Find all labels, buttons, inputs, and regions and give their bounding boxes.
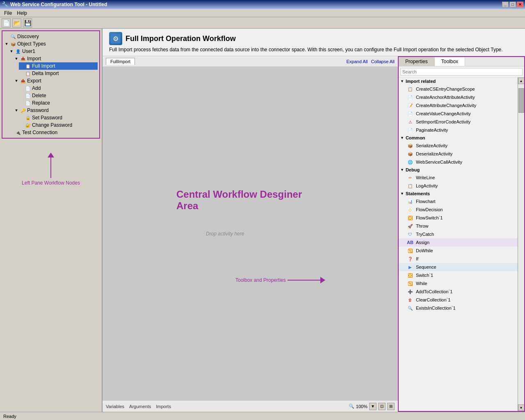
create-anchor-label: CreateAnchorAttributeActivity: [416, 95, 475, 100]
new-button[interactable]: 📄: [2, 18, 11, 27]
scroll-down-button[interactable]: ▼: [518, 404, 525, 411]
zoom-dropdown-button[interactable]: ▼: [369, 403, 377, 410]
group-header-import-related[interactable]: ▼ Import related: [399, 78, 518, 85]
tree-item-object-types[interactable]: ▼ 📦 Object Types: [4, 40, 98, 48]
toolbox-item-assign[interactable]: AB Assign: [399, 238, 518, 247]
collapse-all-button[interactable]: Collapse All: [371, 59, 395, 64]
existsincollection-icon: 🔍: [407, 305, 413, 311]
toolbox-item-create-attr[interactable]: 📝 CreateAttributeChangeActivity: [399, 101, 518, 110]
variables-tab[interactable]: Variables: [106, 404, 124, 409]
flowdecision-label: FlowDecision: [416, 207, 443, 212]
group-header-statements[interactable]: ▼ Statements: [399, 190, 518, 197]
scroll-thumb[interactable]: [518, 88, 524, 113]
group-header-debug[interactable]: ▼ Debug: [399, 166, 518, 173]
if-icon: ❓: [407, 256, 413, 262]
toolbox-item-throw[interactable]: 🚀 Throw: [399, 222, 518, 230]
minimize-button[interactable]: _: [502, 2, 509, 7]
add-label: Add: [32, 85, 41, 91]
tree-item-replace[interactable]: 📄 Replace: [19, 99, 98, 107]
scroll-up-button[interactable]: ▲: [518, 78, 525, 84]
existsincollection-label: ExistsInCollection`1: [416, 306, 456, 310]
delete-icon: 📄: [25, 92, 31, 99]
tree-item-import[interactable]: ▼ 📥 Import: [14, 55, 98, 62]
tree-item-discovery[interactable]: 🔍 Discovery: [4, 33, 98, 40]
arrow-right-head: [320, 277, 325, 283]
group-label-import-related: Import related: [406, 79, 436, 84]
toolbox-item-writeline[interactable]: ✏ WriteLine: [399, 173, 518, 182]
tree-item-password[interactable]: ▼ 🔑 Password: [14, 107, 98, 114]
right-area: ⚙ Full Import Operation Workflow Full Im…: [103, 29, 525, 412]
group-import-related: ▼ Import related 📋 CreateCSEntryChangeSc…: [399, 78, 518, 134]
arguments-tab[interactable]: Arguments: [129, 404, 151, 409]
toolbox-item-existsincollection[interactable]: 🔍 ExistsInCollection`1: [399, 304, 518, 312]
create-value-label: CreateValueChangeActivity: [416, 111, 471, 116]
menu-bar: File Help: [0, 9, 525, 17]
tree-item-export[interactable]: ▼ 📤 Export: [14, 77, 98, 84]
tree-item-set-password[interactable]: 🔒 Set Password: [19, 114, 98, 121]
toolbox-item-deserialize[interactable]: 📦 DeserializeActivity: [399, 150, 518, 158]
toolbox-item-serialize[interactable]: 📦 SerializeActivity: [399, 142, 518, 150]
toolbox-item-while[interactable]: 🔁 While: [399, 279, 518, 288]
group-expand-common: ▼: [400, 136, 404, 140]
throw-icon: 🚀: [407, 223, 413, 229]
sequence-label: Sequence: [416, 265, 436, 269]
toolbox-item-switch[interactable]: 🔀 Switch`1: [399, 271, 518, 279]
user1-label: User1: [22, 48, 35, 54]
toolbox-arrow-right: [288, 277, 325, 283]
while-label: While: [416, 281, 427, 286]
menu-file[interactable]: File: [2, 10, 14, 16]
zoom-actual-button[interactable]: ⊞: [387, 403, 395, 410]
toolbox-item-flowchart[interactable]: 📊 Flowchart: [399, 197, 518, 205]
svg-text:⚙: ⚙: [113, 35, 119, 42]
toolbox-item-webservice[interactable]: 🌐 WebServiceCallActivity: [399, 158, 518, 166]
tree-item-change-password[interactable]: 🔐 Change Password: [19, 121, 98, 129]
add-icon: 📄: [25, 85, 31, 91]
designer-canvas[interactable]: Central Workflow Desginer Area Drop acti…: [103, 67, 398, 400]
expand-icon-set-password: [19, 115, 24, 120]
toolbox-item-logactivity[interactable]: 📋 LogActivity: [399, 182, 518, 190]
properties-tab[interactable]: Properties: [399, 57, 435, 66]
workflow-tab-fullimport[interactable]: FullImport: [106, 58, 135, 65]
designer-area: FullImport Expand All Collapse All Centr…: [103, 56, 398, 412]
scroll-track[interactable]: [518, 84, 524, 404]
toolbox-item-clearcollection[interactable]: 🗑 ClearCollection`1: [399, 296, 518, 304]
toolbox-item-addtocollection[interactable]: ➕ AddToCollection`1: [399, 288, 518, 296]
zoom-fit-button[interactable]: ⊡: [378, 403, 386, 410]
expand-all-button[interactable]: Expand All: [347, 59, 368, 64]
menu-help[interactable]: Help: [14, 10, 30, 16]
toolbox-item-paginate[interactable]: 📄 PaginateActivity: [399, 126, 518, 134]
toolbox-item-create-cs[interactable]: 📋 CreateCSEntryChangeScope: [399, 85, 518, 93]
toolbox-item-trycatch[interactable]: 🛡 TryCatch: [399, 230, 518, 238]
toolbox-item-if[interactable]: ❓ If: [399, 255, 518, 263]
search-input[interactable]: [400, 68, 523, 75]
expand-icon-import: ▼: [14, 56, 19, 61]
group-header-common[interactable]: ▼ Common: [399, 134, 518, 142]
expand-icon-object-types: ▼: [4, 41, 9, 46]
close-button[interactable]: ✕: [517, 2, 523, 7]
tree-item-delta-import[interactable]: 📋 Delta Import: [19, 70, 98, 77]
toolbox-item-create-anchor[interactable]: 📄 CreateAnchorAttributeActivity: [399, 93, 518, 101]
password-label: Password: [27, 107, 49, 113]
toolbox-item-create-value[interactable]: 📄 CreateValueChangeActivity: [399, 110, 518, 118]
toolbox-item-set-import[interactable]: ⚠ SetImportErrorCodeActivity: [399, 118, 518, 126]
toolbox-item-flowdecision[interactable]: ◇ FlowDecision: [399, 205, 518, 214]
left-pane-annotation: Left Pane Workflow Nodes: [2, 148, 100, 191]
trycatch-icon: 🛡: [407, 231, 413, 237]
toolbox-item-dowhile[interactable]: 🔁 DoWhile: [399, 247, 518, 255]
tree-item-delete[interactable]: 📄 Delete: [19, 92, 98, 99]
tree-item-user1[interactable]: ▼ 👤 User1: [9, 48, 98, 55]
tree-item-test-connection[interactable]: 🔌 Test Connection: [9, 129, 98, 136]
toolbox-item-sequence[interactable]: ▶ Sequence: [399, 263, 518, 271]
workflow-icon: ⚙: [109, 32, 122, 45]
tree-item-add[interactable]: 📄 Add: [19, 84, 98, 92]
export-icon: 📤: [20, 78, 26, 84]
open-button[interactable]: 📂: [12, 18, 21, 27]
toolbox-item-flowswitch[interactable]: 🔀 FlowSwitch`1: [399, 214, 518, 222]
toolbox-tab[interactable]: Toolbox: [435, 57, 465, 66]
expand-icon-delete: [19, 93, 24, 98]
imports-tab[interactable]: Imports: [156, 404, 171, 409]
logactivity-icon: 📋: [407, 183, 413, 189]
save-button[interactable]: 💾: [23, 18, 32, 27]
tree-item-full-import[interactable]: 📋 Full Import: [19, 62, 98, 70]
maximize-button[interactable]: □: [509, 2, 516, 7]
